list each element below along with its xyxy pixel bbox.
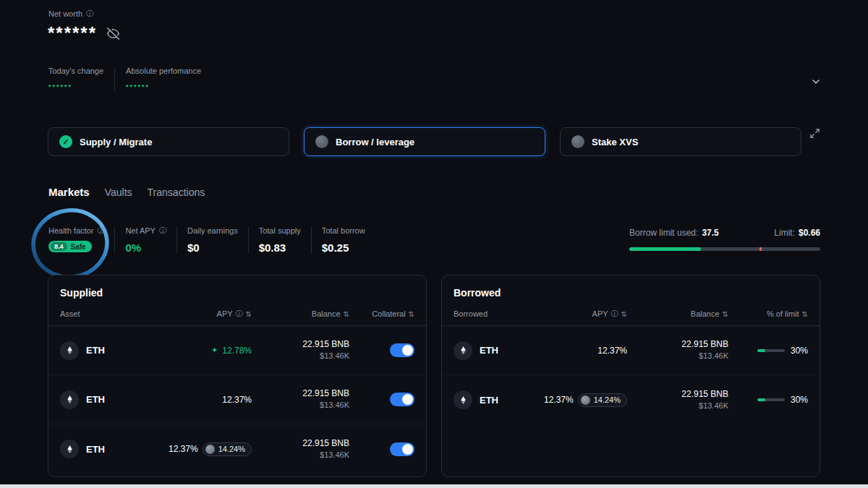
limit-progress-fill: [757, 349, 765, 352]
tab-bar: Markets Vaults Transactions: [48, 186, 205, 198]
supplied-row[interactable]: ETH ✦ 12.78% 22.915 BNB $13.46K: [48, 326, 426, 375]
net-apy-value: 0%: [125, 241, 166, 254]
net-apy-stat: Net APY ⓘ 0%: [125, 226, 177, 254]
todays-change-block: Today's change ******: [48, 67, 103, 90]
limit-progress: [757, 349, 785, 352]
total-supply-stat: Total supply $0.83: [259, 226, 312, 254]
limit-percent: 30%: [791, 346, 808, 356]
collateral-toggle[interactable]: [390, 442, 414, 456]
supplied-row[interactable]: ETH 12.37% 14.24% 22.915 BNB $13.46K: [48, 424, 426, 474]
sort-icon[interactable]: ⇅: [409, 310, 414, 318]
net-worth-label-row: Net worth ⓘ: [48, 9, 93, 18]
todays-change-label: Today's change: [48, 67, 103, 75]
sort-icon[interactable]: ⇅: [723, 310, 728, 318]
bottom-edge: [0, 484, 868, 488]
asset-name: ETH: [86, 394, 105, 405]
col-borrowed: Borrowed: [454, 309, 488, 318]
balance-secondary: $13.46K: [627, 401, 728, 411]
supplied-header-row: Asset APY ⓘ ⇅ Balance ⇅ Collateral ⇅: [48, 309, 426, 326]
col-collateral: Collateral: [372, 309, 405, 318]
borrowed-header-row: Borrowed APY ⓘ ⇅ Balance ⇅ % of limit ⇅: [442, 309, 820, 326]
action-buttons-row: ✓ Supply / Migrate Borrow / leverage Sta…: [48, 127, 801, 156]
asset-name: ETH: [480, 345, 498, 356]
asset-name: ETH: [86, 444, 105, 455]
coin-icon: [571, 135, 584, 148]
sort-icon[interactable]: ⇅: [246, 310, 252, 318]
borrowed-row[interactable]: ETH 12.37% 14.24% 22.915 BNB $13.46K 30%: [442, 375, 820, 424]
info-icon[interactable]: ⓘ: [611, 310, 618, 317]
eth-icon: [60, 440, 79, 458]
supply-migrate-button[interactable]: ✓ Supply / Migrate: [48, 127, 289, 156]
balance-secondary: $13.46K: [252, 450, 349, 461]
borrowed-row[interactable]: ETH 12.37% 22.915 BNB $13.46K 30%: [442, 326, 820, 375]
collateral-toggle[interactable]: [390, 343, 414, 357]
eth-icon: [454, 341, 472, 360]
total-borrow-stat: Total borrow $0.25: [322, 226, 375, 254]
info-icon[interactable]: ⓘ: [159, 227, 166, 234]
sort-icon[interactable]: ⇅: [621, 310, 627, 318]
stake-xvs-button[interactable]: Stake XVS: [560, 127, 801, 156]
info-icon[interactable]: ⓘ: [86, 10, 93, 17]
info-icon[interactable]: ⓘ: [97, 227, 104, 234]
apy-value: 12.78%: [222, 346, 252, 356]
sort-icon[interactable]: ⇅: [344, 310, 349, 318]
borrowed-panel: Borrowed Borrowed APY ⓘ ⇅ Balance ⇅ % of…: [441, 275, 820, 477]
chevron-down-icon[interactable]: [809, 74, 823, 91]
col-percent-of-limit: % of limit: [767, 309, 799, 318]
net-apy-label: Net APY: [125, 226, 156, 235]
balance-secondary: $13.46K: [252, 351, 349, 361]
tab-markets[interactable]: Markets: [48, 186, 90, 198]
tab-vaults[interactable]: Vaults: [105, 187, 132, 198]
balance-secondary: $13.46K: [627, 351, 728, 361]
borrow-limit-progress-bar: [629, 247, 820, 251]
col-asset: Asset: [60, 309, 80, 318]
check-circle-icon: ✓: [59, 135, 72, 148]
tab-transactions[interactable]: Transactions: [148, 187, 205, 198]
balance-primary: 22.915 BNB: [627, 388, 728, 401]
daily-earnings-label: Daily earnings: [187, 226, 238, 235]
boost-sparkle-icon: ✦: [211, 346, 218, 354]
absolute-performance-value: ******: [126, 83, 201, 90]
balance-secondary: $13.46K: [252, 400, 349, 411]
supplied-title: Supplied: [48, 275, 426, 299]
borrow-limit-used-value: 37.5: [702, 228, 718, 238]
reward-coin-icon: [581, 395, 590, 405]
daily-earnings-value: $0: [187, 241, 238, 254]
reward-coin-icon: [205, 445, 215, 454]
dashboard-screen: Net worth ⓘ ****** Today's change ******…: [0, 0, 868, 488]
balance-primary: 22.915 BNB: [252, 388, 349, 400]
col-apy: APY: [217, 309, 233, 318]
limit-progress-fill: [757, 398, 765, 401]
sort-icon[interactable]: ⇅: [802, 310, 808, 318]
net-worth-value-row: ******: [48, 25, 119, 42]
apy-value: 12.37%: [597, 346, 627, 356]
limit-value: $0.66: [799, 228, 820, 238]
asset-name: ETH: [480, 395, 498, 406]
eth-icon: [60, 390, 79, 409]
total-borrow-label: Total borrow: [322, 226, 365, 235]
info-icon[interactable]: ⓘ: [236, 310, 243, 317]
supplied-row[interactable]: ETH 12.37% 22.915 BNB $13.46K: [48, 375, 426, 424]
col-balance: Balance: [312, 309, 341, 318]
col-apy: APY: [592, 309, 608, 318]
health-factor-stat: Health factor ⓘ 8.4 Safe: [48, 226, 115, 254]
daily-earnings-stat: Daily earnings $0: [187, 226, 249, 254]
net-worth-label: Net worth: [48, 9, 82, 18]
borrow-limit-used-label: Borrow limit used:: [629, 228, 698, 238]
collateral-toggle[interactable]: [390, 393, 414, 406]
limit-percent: 30%: [791, 395, 808, 405]
borrow-leverage-button[interactable]: Borrow / leverage: [304, 127, 545, 156]
reward-apy-badge[interactable]: 14.24%: [578, 393, 627, 407]
apy-value: 12.37%: [222, 395, 252, 405]
expand-icon[interactable]: [809, 128, 820, 141]
total-supply-value: $0.83: [259, 241, 301, 254]
balance-primary: 22.915 BNB: [627, 338, 728, 351]
supplied-panel: Supplied Asset APY ⓘ ⇅ Balance ⇅ Collate…: [48, 275, 427, 477]
vertical-divider: [114, 68, 115, 90]
reward-apy-badge[interactable]: 14.24%: [203, 442, 252, 456]
borrow-limit-progress-fill: [629, 247, 701, 251]
borrow-limit-section: Borrow limit used: 37.5 Limit: $0.66: [629, 228, 820, 251]
todays-change-value: ******: [48, 83, 103, 90]
absolute-performance-block: Absolute perfomance ******: [126, 67, 201, 90]
eye-off-icon[interactable]: [107, 27, 119, 40]
